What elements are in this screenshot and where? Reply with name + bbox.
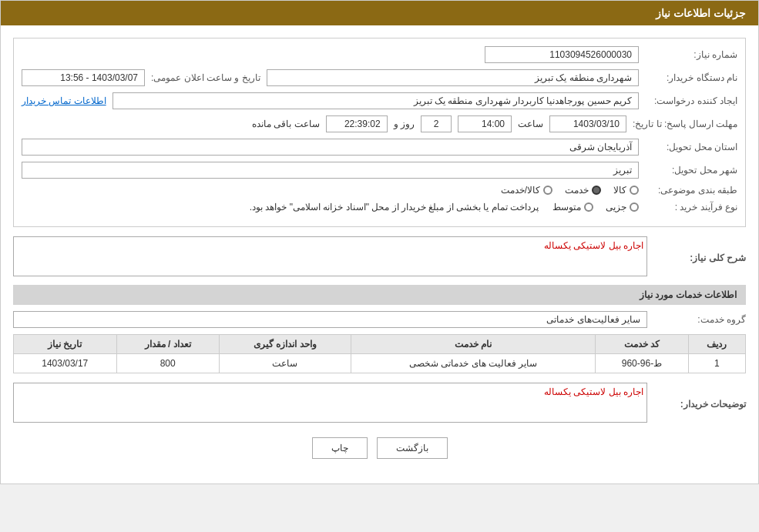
need-description-section: شرح کلی نیاز:: [13, 236, 746, 279]
back-button[interactable]: بازگشت: [377, 437, 448, 459]
category-row: طبقه بندی موضوعی: کالا خدمت کالا/خدمت: [22, 185, 737, 196]
purchase-type-jozii-label: جزیی: [606, 202, 626, 212]
buyer-dept-row: نام دستگاه خریدار: شهرداری منطقه یک تبری…: [22, 69, 737, 86]
buyer-notes-section: توضیحات خریدار:: [13, 383, 746, 425]
city-value: تبریز: [22, 162, 639, 179]
send-deadline-row: مهلت ارسال پاسخ: تا تاریخ: 1403/03/10 سا…: [22, 115, 737, 132]
creator-row: ایجاد کننده درخواست: کریم حسین پورجاهدنی…: [22, 92, 737, 109]
province-row: استان محل تحویل: آذربایجان شرقی: [22, 139, 737, 156]
need-number-label: شماره نیاز:: [645, 49, 737, 60]
purchase-type-mottvaset-label: متوسط: [552, 202, 581, 212]
service-group-row: گروه خدمت: سایر فعالیت‌های خدماتی: [13, 311, 746, 328]
creator-contact-link[interactable]: اطلاعات تماس خریدار: [22, 95, 106, 106]
category-khedmat[interactable]: خدمت: [565, 185, 601, 196]
purchase-type-jozii[interactable]: جزیی: [606, 202, 639, 212]
need-number-value: 1103094526000030: [485, 46, 639, 63]
services-table: ردیف کد خدمت نام خدمت واحد اندازه گیری ت…: [13, 334, 746, 373]
col-header-unit: واحد اندازه گیری: [219, 335, 351, 354]
need-description-textarea[interactable]: [13, 236, 647, 276]
page-title: جزئیات اطلاعات نیاز: [656, 7, 746, 19]
send-deadline-remaining-label: ساعت باقی مانده: [252, 116, 320, 132]
main-info-section: شماره نیاز: 1103094526000030 نام دستگاه …: [13, 38, 746, 227]
category-kala-label: کالا: [613, 185, 626, 196]
cell-row: 1: [688, 354, 745, 373]
cell-code: ط-96-960: [596, 354, 688, 373]
cell-name: سایر فعالیت های خدماتی شخصی: [351, 354, 596, 373]
print-button[interactable]: چاپ: [312, 437, 368, 459]
purchase-type-row: نوع فرآیند خرید : جزیی متوسط پرداخت تمام…: [22, 202, 737, 212]
province-label: استان محل تحویل:: [645, 142, 737, 152]
category-khedmat-radio: [592, 186, 601, 195]
buyer-dept-value: شهرداری منطقه یک تبریز: [267, 69, 639, 86]
need-description-label: شرح کلی نیاز:: [653, 253, 746, 263]
cell-unit: ساعت: [219, 354, 351, 373]
buyer-notes-textarea[interactable]: [13, 383, 647, 423]
col-header-row: ردیف: [688, 335, 745, 354]
services-table-section: ردیف کد خدمت نام خدمت واحد اندازه گیری ت…: [13, 334, 746, 373]
action-buttons: بازگشت چاپ: [13, 437, 746, 459]
creator-value: کریم حسین پورجاهدنیا کاربردار شهرداری من…: [113, 92, 639, 109]
send-deadline-days: 2: [421, 115, 452, 132]
col-header-quantity: تعداد / مقدار: [116, 335, 219, 354]
buyer-notes-label: توضیحات خریدار:: [653, 399, 746, 410]
purchase-type-note: پرداخت تمام یا بخشی از مبلغ خریدار از مح…: [250, 202, 539, 212]
send-deadline-label: مهلت ارسال پاسخ: تا تاریخ:: [633, 119, 737, 129]
send-deadline-days-label: روز و: [394, 116, 415, 132]
category-kala-khedmat[interactable]: کالا/خدمت: [501, 185, 552, 196]
table-row: 1 ط-96-960 سایر فعالیت های خدماتی شخصی س…: [14, 354, 746, 373]
category-khedmat-label: خدمت: [565, 185, 589, 196]
purchase-type-label: نوع فرآیند خرید :: [645, 202, 737, 212]
cell-date: 1403/03/17: [14, 354, 117, 373]
send-deadline-time-label: ساعت: [518, 116, 543, 132]
creator-label: ایجاد کننده درخواست:: [645, 95, 737, 106]
cell-quantity: 800: [116, 354, 219, 373]
category-label: طبقه بندی موضوعی:: [645, 185, 737, 196]
category-kala[interactable]: کالا: [613, 185, 639, 196]
purchase-type-mottvaset-radio: [584, 202, 593, 212]
send-deadline-time: 14:00: [458, 115, 512, 132]
send-deadline-date: 1403/03/10: [549, 115, 626, 132]
province-value: آذربایجان شرقی: [22, 139, 639, 156]
need-number-row: شماره نیاز: 1103094526000030: [22, 46, 737, 63]
buyer-dept-label: نام دستگاه خریدار:: [645, 72, 737, 83]
announce-date-value: 1403/03/07 - 13:56: [22, 69, 145, 86]
city-row: شهر محل تحویل: تبریز: [22, 162, 737, 179]
page-header: جزئیات اطلاعات نیاز: [1, 1, 758, 25]
category-kala-radio: [630, 186, 639, 195]
announce-date-label: تاریخ و ساعت اعلان عمومی:: [151, 72, 260, 83]
category-kala-khedmat-radio: [543, 186, 552, 195]
city-label: شهر محل تحویل:: [645, 165, 737, 176]
service-group-value: سایر فعالیت‌های خدماتی: [13, 311, 647, 328]
col-header-date: تاریخ نیاز: [14, 335, 117, 354]
purchase-type-jozii-radio: [630, 202, 639, 212]
purchase-type-mottvaset[interactable]: متوسط: [552, 202, 593, 212]
category-radio-group: کالا خدمت کالا/خدمت: [501, 185, 639, 196]
service-group-label: گروه خدمت:: [653, 314, 746, 325]
send-deadline-remaining: 22:39:02: [326, 115, 388, 132]
services-section-header: اطلاعات خدمات مورد نیاز: [13, 285, 746, 305]
purchase-type-radio-group: جزیی متوسط: [552, 202, 639, 212]
col-header-code: کد خدمت: [596, 335, 688, 354]
category-kala-khedmat-label: کالا/خدمت: [501, 185, 540, 196]
col-header-name: نام خدمت: [351, 335, 596, 354]
